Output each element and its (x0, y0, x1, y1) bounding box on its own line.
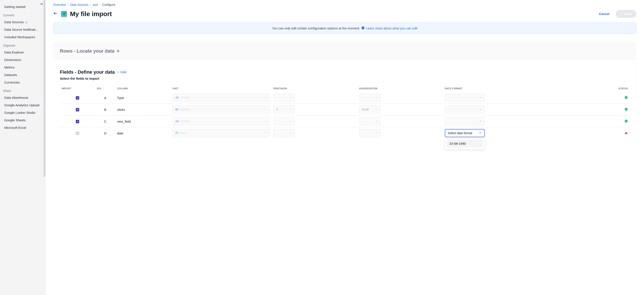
calendar-icon (176, 132, 178, 135)
fields-section-subtitle: Select the fields to import (60, 77, 630, 80)
sidebar-item-currencies[interactable]: Currencies (0, 78, 45, 86)
unit-select[interactable]: 09NUMBER (172, 106, 270, 114)
date-format-select[interactable] (445, 106, 485, 114)
aggregation-select[interactable] (359, 117, 380, 126)
aggregation-select[interactable] (359, 129, 380, 137)
svg-marker-1 (63, 12, 66, 15)
table-row: DdateDATESelect date format23-08-1990 (60, 127, 630, 139)
hide-toggle[interactable]: Hide (117, 70, 127, 74)
rows-section: Rows - Locate your data (53, 42, 636, 60)
chevron-up-icon (117, 71, 120, 74)
status-ok-icon (624, 108, 628, 112)
sidebar-item-getting-started[interactable]: Getting started (0, 3, 45, 10)
unit-type-label: NUMBER (180, 108, 190, 111)
sidebar-item-google-analytics-upload[interactable]: Google Analytics Upload (0, 101, 45, 109)
unit-select[interactable]: AZSTRING (172, 117, 270, 126)
chevron-down-icon (264, 108, 267, 111)
page-title: My file import (70, 10, 112, 18)
th-idx: IDX. (95, 85, 115, 92)
sidebar-item-data-source-notifications[interactable]: Data Source Notificati... (0, 26, 45, 33)
aggregation-select[interactable] (359, 94, 380, 102)
column-name-cell: Type (115, 92, 171, 104)
sidebar-item-google-sheets[interactable]: Google Sheets (0, 116, 45, 124)
breadcrumb-overview[interactable]: Overview (53, 3, 66, 6)
breadcrumb-data-sources[interactable]: Data Sources (70, 3, 88, 6)
learn-more-link[interactable]: Learn more about what you can edit (366, 26, 417, 30)
import-checkbox[interactable] (76, 108, 79, 112)
date-format-select[interactable] (445, 94, 485, 102)
sidebar-item-dimensions[interactable]: Dimensions (0, 56, 45, 64)
collapse-sidebar-icon[interactable] (40, 2, 44, 7)
rows-section-title: Rows - Locate your data (60, 48, 630, 54)
chevron-down-icon (375, 96, 378, 100)
chevron-right-icon: › (68, 3, 68, 6)
date-format-select[interactable] (445, 117, 485, 126)
unit-select[interactable]: DATE (172, 129, 270, 137)
info-icon[interactable] (116, 48, 120, 54)
chevron-down-icon (479, 120, 482, 123)
sidebar-item-metrics[interactable]: Metrics (0, 64, 45, 71)
sidebar-item-datasets[interactable]: Datasets (0, 71, 45, 78)
th-aggregation: AGGREGATION (358, 85, 443, 92)
precision-select[interactable] (273, 94, 295, 102)
precision-select[interactable]: 0 (273, 106, 295, 114)
svg-point-7 (625, 96, 628, 99)
info-banner-text: You can only edit certain configuration … (272, 26, 360, 30)
sidebar-item-data-explorer[interactable]: Data Explorer (0, 48, 45, 56)
table-row: Bclicks09NUMBER0SUM (60, 104, 630, 116)
sidebar-item-data-sources[interactable]: Data Sources (0, 18, 45, 26)
date-format-option[interactable]: 23-08-1990 (447, 140, 483, 148)
date-format-select[interactable]: Select date format (445, 129, 485, 137)
sidebar-scrollbar[interactable] (44, 0, 45, 295)
cancel-button[interactable]: Cancel (596, 10, 613, 18)
idx-cell: D (95, 127, 115, 139)
sidebar-section-connect: Connect (0, 10, 45, 18)
import-checkbox[interactable] (76, 120, 79, 123)
aggregation-value: SUM (362, 108, 368, 111)
import-checkbox[interactable] (76, 96, 79, 100)
column-name-cell: date (115, 127, 171, 139)
unit-type-label: STRING (180, 96, 190, 99)
sidebar-section-share: Share (0, 86, 45, 94)
import-checkbox[interactable] (76, 132, 79, 135)
aggregation-select[interactable]: SUM (359, 106, 380, 114)
sidebar-item-included-workspaces[interactable]: Included Workspaces (0, 33, 45, 41)
sidebar-item-microsoft-excel[interactable]: Microsoft Excel (0, 124, 45, 132)
chevron-down-icon (479, 132, 482, 135)
chevron-down-icon (264, 96, 267, 100)
fields-section-title: Fields - Define your data Hide (60, 69, 630, 75)
chevron-down-icon (479, 96, 482, 100)
svg-rect-10 (176, 132, 178, 134)
unit-select[interactable]: AZSTRING (172, 94, 270, 102)
rows-section-title-text: Rows - Locate your data (60, 48, 114, 54)
chevron-down-icon (264, 132, 267, 135)
save-button[interactable]: Save (616, 10, 636, 18)
sidebar-section-organize: Organize (0, 41, 45, 48)
chevron-down-icon (289, 96, 292, 100)
question-circle-icon[interactable]: ? (361, 26, 365, 30)
svg-rect-15 (626, 132, 626, 133)
chevron-down-icon (264, 120, 267, 123)
svg-text:?: ? (362, 27, 364, 29)
source-type-icon (61, 11, 67, 17)
breadcrumb-asd[interactable]: asd (93, 3, 98, 6)
sidebar-item-google-looker-studio[interactable]: Google Looker Studio (0, 109, 45, 116)
sidebar-item-data-warehouse[interactable]: Data Warehouse (0, 94, 45, 101)
precision-select[interactable] (273, 117, 295, 126)
svg-rect-5 (118, 51, 118, 52)
idx-cell: A (95, 92, 115, 104)
column-name-cell: clicks (115, 104, 171, 116)
breadcrumb-configure: Configure (102, 3, 115, 6)
chevron-down-icon (375, 108, 378, 111)
precision-select[interactable] (273, 129, 295, 137)
back-arrow-icon[interactable] (53, 11, 58, 17)
chevron-down-icon (289, 132, 292, 135)
chevron-down-icon (289, 120, 292, 123)
chevron-down-icon (375, 120, 378, 123)
chevron-down-icon (289, 108, 292, 111)
save-button-label: Save (624, 12, 632, 16)
th-status: STATUS (594, 85, 630, 92)
breadcrumb: Overview › Data Sources › asd › Configur… (53, 3, 636, 6)
svg-rect-6 (118, 50, 118, 51)
check-icon (620, 12, 623, 16)
